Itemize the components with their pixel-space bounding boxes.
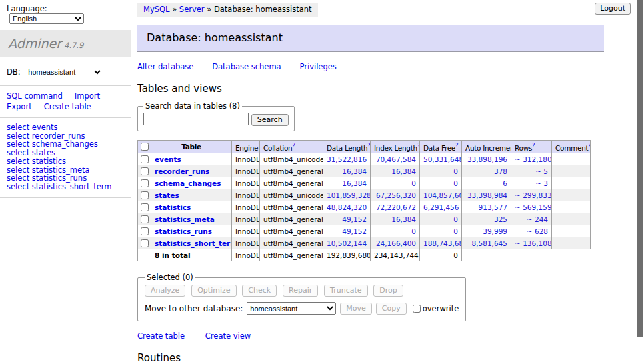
tables-heading: Tables and views bbox=[137, 83, 644, 95]
table-header-row: Table Engine? Collation? Data Length? In… bbox=[138, 140, 591, 153]
create-view-link[interactable]: Create view bbox=[205, 331, 251, 341]
overwrite-checkbox[interactable] bbox=[413, 305, 421, 313]
data-free-cell[interactable]: 0 bbox=[420, 213, 462, 225]
rows-count-cell[interactable]: ~ 312,180 bbox=[511, 153, 552, 165]
truncate-button[interactable]: Truncate bbox=[324, 285, 367, 297]
row-checkbox[interactable] bbox=[141, 191, 149, 199]
select-all-checkbox[interactable] bbox=[141, 143, 149, 151]
rows-count-cell[interactable]: ~ 628 bbox=[511, 225, 552, 237]
import-link[interactable]: Import bbox=[75, 91, 100, 101]
index-length-cell[interactable]: 16,384 bbox=[371, 213, 420, 225]
data-length-cell[interactable]: 10,502,144 bbox=[323, 237, 371, 249]
comment-hint-link[interactable]: ? bbox=[588, 142, 590, 149]
row-checkbox[interactable] bbox=[141, 203, 149, 211]
data-free-cell[interactable]: 0 bbox=[420, 165, 462, 177]
index-length-cell[interactable]: 70,467,584 bbox=[371, 153, 420, 165]
auto-increment-cell[interactable]: 33,898,196 bbox=[462, 153, 511, 165]
rows-count-cell[interactable]: ~ 136,108 bbox=[511, 237, 552, 249]
sql-command-link[interactable]: SQL command bbox=[7, 91, 63, 101]
index-length-cell[interactable]: 0 bbox=[371, 225, 420, 237]
database-schema-link[interactable]: Database schema bbox=[212, 62, 281, 71]
row-checkbox[interactable] bbox=[141, 239, 149, 247]
row-checkbox[interactable] bbox=[141, 215, 149, 223]
index-length-cell[interactable]: 16,384 bbox=[371, 165, 420, 177]
index-length-cell[interactable]: 24,166,400 bbox=[371, 237, 420, 249]
data-length-cell[interactable]: 31,522,816 bbox=[323, 153, 371, 165]
data-length-cell[interactable]: 49,152 bbox=[323, 225, 371, 237]
table-name-link[interactable]: events bbox=[155, 155, 181, 163]
row-checkbox[interactable] bbox=[141, 227, 149, 235]
rows-count-cell[interactable]: ~ 299,833 bbox=[511, 189, 552, 201]
index-length-cell[interactable]: 72,220,672 bbox=[371, 201, 420, 213]
table-name-link[interactable]: statistics bbox=[155, 203, 191, 211]
data-length-cell[interactable]: 101,859,328 bbox=[323, 189, 371, 201]
sidebar-actions: SQL commandImport ExportCreate table bbox=[0, 85, 131, 118]
table-name-link[interactable]: states bbox=[155, 191, 179, 199]
alter-database-link[interactable]: Alter database bbox=[137, 62, 193, 71]
scrollbar-thumb[interactable] bbox=[637, 0, 643, 337]
db-label: DB: bbox=[7, 67, 21, 77]
repair-button[interactable]: Repair bbox=[283, 285, 318, 297]
sidebar-item-select-statistics[interactable]: select statistics bbox=[7, 157, 124, 166]
optimize-button[interactable]: Optimize bbox=[191, 285, 236, 297]
move-button[interactable]: Move bbox=[340, 303, 372, 315]
table-name-link[interactable]: statistics_runs bbox=[155, 227, 212, 235]
rows-count-cell[interactable]: ~ 569,159 bbox=[511, 201, 552, 213]
data-free-cell[interactable]: 6,291,456 bbox=[420, 201, 462, 213]
data-free-cell[interactable]: 50,331,648 bbox=[420, 153, 462, 165]
drop-button[interactable]: Drop bbox=[373, 285, 403, 297]
row-checkbox[interactable] bbox=[141, 167, 149, 175]
data-free-cell[interactable]: 0 bbox=[420, 177, 462, 189]
data-length-cell[interactable]: 16,384 bbox=[323, 165, 371, 177]
privileges-link[interactable]: Privileges bbox=[299, 62, 336, 71]
data-length-hint-link[interactable]: ? bbox=[367, 142, 370, 149]
create-table-link[interactable]: Create table bbox=[137, 331, 185, 341]
table-name-link[interactable]: recorder_runs bbox=[155, 167, 209, 175]
create-table-sidebar-link[interactable]: Create table bbox=[44, 102, 91, 111]
collation-hint-link[interactable]: ? bbox=[292, 142, 295, 149]
rows-hint-link[interactable]: ? bbox=[532, 142, 535, 149]
rows-count-cell[interactable]: ~ 244 bbox=[511, 213, 552, 225]
rows-count-cell[interactable]: ~ 5 bbox=[511, 165, 552, 177]
language-select[interactable]: English bbox=[9, 13, 84, 24]
data-length-cell[interactable]: 16,384 bbox=[323, 177, 371, 189]
data-free-cell[interactable]: 104,857,600 bbox=[420, 189, 462, 201]
data-length-cell[interactable]: 48,824,320 bbox=[323, 201, 371, 213]
row-checkbox[interactable] bbox=[141, 155, 149, 163]
data-free-cell[interactable]: 188,743,680 bbox=[420, 237, 462, 249]
copy-button[interactable]: Copy bbox=[376, 303, 407, 315]
table-name-link[interactable]: schema_changes bbox=[155, 179, 221, 187]
rows-count-cell[interactable]: ~ 3 bbox=[511, 177, 552, 189]
move-db-select[interactable]: homeassistant bbox=[247, 302, 336, 315]
index-length-cell[interactable]: 67,256,320 bbox=[371, 189, 420, 201]
auto-increment-cell[interactable]: 913,577 bbox=[462, 201, 511, 213]
logout-button[interactable]: Logout bbox=[595, 3, 631, 15]
sidebar-item-select-statistics-short-term[interactable]: select statistics_short_term bbox=[7, 183, 124, 191]
check-button[interactable]: Check bbox=[242, 285, 277, 297]
table-name-link[interactable]: statistics_short_term bbox=[155, 239, 232, 247]
search-input[interactable] bbox=[143, 113, 249, 125]
collation-cell: utf8mb4_unicode_ci bbox=[260, 189, 323, 201]
analyze-button[interactable]: Analyze bbox=[145, 285, 185, 297]
auto-increment-cell[interactable]: 325 bbox=[462, 213, 511, 225]
row-checkbox[interactable] bbox=[141, 179, 149, 187]
breadcrumb-link-mysql[interactable]: MySQL bbox=[143, 5, 170, 14]
breadcrumb-link-server[interactable]: Server bbox=[179, 5, 205, 14]
db-select[interactable]: homeassistant bbox=[25, 67, 103, 77]
data-free-hint-link[interactable]: ? bbox=[455, 142, 458, 149]
index-length-cell[interactable]: 0 bbox=[371, 177, 420, 189]
table-name-link[interactable]: statistics_meta bbox=[155, 215, 215, 223]
export-link[interactable]: Export bbox=[7, 102, 32, 111]
index-length-hint-link[interactable]: ? bbox=[417, 142, 420, 149]
search-button[interactable]: Search bbox=[251, 114, 289, 126]
data-length-cell[interactable]: 49,152 bbox=[323, 213, 371, 225]
auto-increment-cell[interactable]: 6 bbox=[462, 177, 511, 189]
sidebar-item-select-states[interactable]: select states bbox=[7, 149, 124, 157]
auto-increment-cell[interactable]: 33,398,984 bbox=[462, 189, 511, 201]
auto-increment-cell[interactable]: 39,999 bbox=[462, 225, 511, 237]
collation-cell: utf8mb4_general_ci bbox=[260, 177, 323, 189]
data-free-cell[interactable]: 0 bbox=[420, 225, 462, 237]
sidebar-item-select-events[interactable]: select events bbox=[7, 123, 124, 132]
auto-increment-cell[interactable]: 378 bbox=[462, 165, 511, 177]
auto-increment-cell[interactable]: 8,581,645 bbox=[462, 237, 511, 249]
